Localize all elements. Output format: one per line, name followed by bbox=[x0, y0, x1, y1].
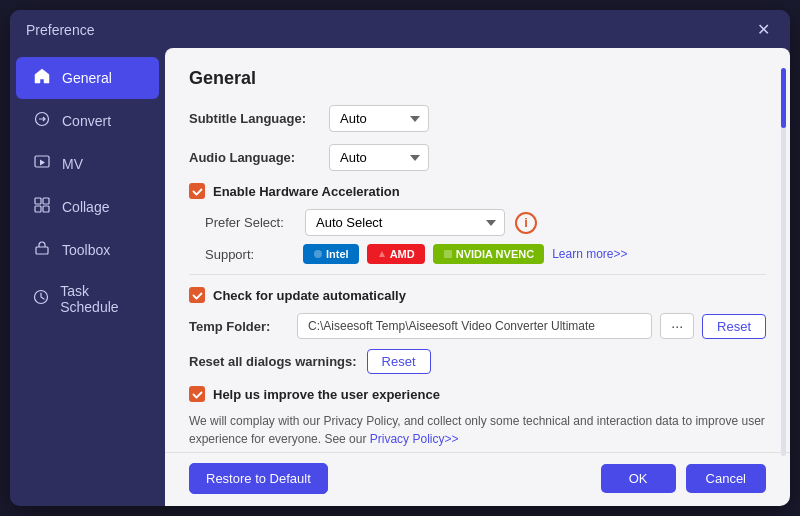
improve-label: Help us improve the user experience bbox=[213, 387, 440, 402]
sidebar-label-convert: Convert bbox=[62, 113, 111, 129]
sidebar-item-taskschedule[interactable]: Task Schedule bbox=[16, 272, 159, 326]
info-icon[interactable]: i bbox=[515, 212, 537, 234]
check-update-row: Check for update automatically bbox=[189, 287, 766, 303]
hardware-accel-checkbox[interactable] bbox=[189, 183, 205, 199]
ok-button[interactable]: OK bbox=[601, 464, 676, 493]
sidebar-label-taskschedule: Task Schedule bbox=[60, 283, 143, 315]
sidebar-label-mv: MV bbox=[62, 156, 83, 172]
support-row: Support: Intel AMD NVIDIA NVENC Learn mo… bbox=[205, 244, 766, 264]
titlebar: Preference ✕ bbox=[10, 10, 790, 48]
temp-folder-input[interactable] bbox=[297, 313, 652, 339]
scrollbar-thumb[interactable] bbox=[781, 68, 786, 128]
chip-nvidia: NVIDIA NVENC bbox=[433, 244, 544, 264]
improve-row: Help us improve the user experience bbox=[189, 386, 766, 402]
reset-dialogs-button[interactable]: Reset bbox=[367, 349, 431, 374]
preference-dialog: Preference ✕ General Convert M bbox=[10, 10, 790, 506]
temp-folder-browse-button[interactable]: ··· bbox=[660, 313, 694, 339]
temp-folder-reset-button[interactable]: Reset bbox=[702, 314, 766, 339]
audio-language-row: Audio Language: Auto bbox=[189, 144, 766, 171]
improve-checkbox[interactable] bbox=[189, 386, 205, 402]
dialog-title: Preference bbox=[26, 22, 94, 38]
check-update-label: Check for update automatically bbox=[213, 288, 406, 303]
reset-dialogs-label: Reset all dialogs warnings: bbox=[189, 354, 357, 369]
reset-dialogs-row: Reset all dialogs warnings: Reset bbox=[189, 349, 766, 374]
learn-more-link[interactable]: Learn more>> bbox=[552, 247, 627, 261]
sidebar-label-collage: Collage bbox=[62, 199, 109, 215]
sidebar-item-mv[interactable]: MV bbox=[16, 143, 159, 185]
prefer-select-row: Prefer Select: Auto Select i bbox=[205, 209, 766, 236]
section-title: General bbox=[189, 68, 766, 89]
svg-rect-2 bbox=[35, 198, 41, 204]
prefer-select-label: Prefer Select: bbox=[205, 215, 295, 230]
check-update-checkbox[interactable] bbox=[189, 287, 205, 303]
temp-folder-row: Temp Folder: ··· Reset bbox=[189, 313, 766, 339]
improve-text: We will complay with our Privacy Policy,… bbox=[189, 412, 766, 448]
audio-language-label: Audio Language: bbox=[189, 150, 319, 165]
sidebar-item-general[interactable]: General bbox=[16, 57, 159, 99]
svg-rect-4 bbox=[35, 206, 41, 212]
sidebar-item-convert[interactable]: Convert bbox=[16, 100, 159, 142]
privacy-policy-link[interactable]: Privacy Policy>> bbox=[370, 432, 459, 446]
svg-point-8 bbox=[314, 250, 322, 258]
svg-rect-9 bbox=[444, 250, 452, 258]
content-area: General Subtitle Language: Auto Audio La… bbox=[165, 48, 790, 452]
svg-rect-6 bbox=[36, 247, 48, 254]
cancel-button[interactable]: Cancel bbox=[686, 464, 766, 493]
collage-icon bbox=[32, 197, 52, 217]
audio-language-select[interactable]: Auto bbox=[329, 144, 429, 171]
convert-icon bbox=[32, 111, 52, 131]
subtitle-language-label: Subtitle Language: bbox=[189, 111, 319, 126]
dialog-footer: Restore to Default OK Cancel bbox=[165, 452, 790, 506]
sidebar: General Convert MV Collage bbox=[10, 48, 165, 506]
scrollbar-track bbox=[781, 68, 786, 456]
dialog-body: General Convert MV Collage bbox=[10, 48, 790, 506]
divider-1 bbox=[189, 274, 766, 275]
sidebar-item-toolbox[interactable]: Toolbox bbox=[16, 229, 159, 271]
subtitle-language-row: Subtitle Language: Auto bbox=[189, 105, 766, 132]
restore-default-button[interactable]: Restore to Default bbox=[189, 463, 328, 494]
sidebar-item-collage[interactable]: Collage bbox=[16, 186, 159, 228]
hardware-accel-row: Enable Hardware Acceleration bbox=[189, 183, 766, 199]
chip-intel: Intel bbox=[303, 244, 359, 264]
svg-rect-5 bbox=[43, 206, 49, 212]
toolbox-icon bbox=[32, 240, 52, 260]
taskschedule-icon bbox=[32, 289, 50, 309]
home-icon bbox=[32, 68, 52, 88]
prefer-select-dropdown[interactable]: Auto Select bbox=[305, 209, 505, 236]
close-button[interactable]: ✕ bbox=[753, 20, 774, 40]
sidebar-label-general: General bbox=[62, 70, 112, 86]
temp-folder-label: Temp Folder: bbox=[189, 319, 289, 334]
chip-amd: AMD bbox=[367, 244, 425, 264]
mv-icon bbox=[32, 154, 52, 174]
sidebar-label-toolbox: Toolbox bbox=[62, 242, 110, 258]
hardware-accel-label: Enable Hardware Acceleration bbox=[213, 184, 400, 199]
support-label: Support: bbox=[205, 247, 295, 262]
subtitle-language-select[interactable]: Auto bbox=[329, 105, 429, 132]
svg-rect-3 bbox=[43, 198, 49, 204]
footer-right: OK Cancel bbox=[601, 464, 766, 493]
